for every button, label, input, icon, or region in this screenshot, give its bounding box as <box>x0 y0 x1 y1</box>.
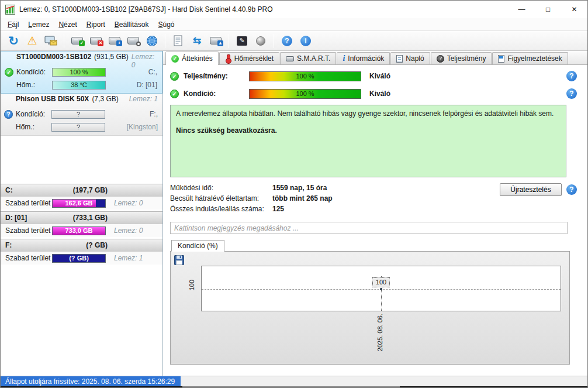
tab-temperature[interactable]: Hőmérséklet <box>219 52 279 64</box>
disk-search-icon[interactable] <box>125 33 141 49</box>
tab-performance[interactable]: Teljesítmény <box>431 52 492 64</box>
thermometer-icon <box>225 54 231 63</box>
chart-point-label: 100 <box>372 277 390 287</box>
content-area: ✓ Áttekintés Hőmérséklet S.M.A.R.T. i In… <box>163 51 587 376</box>
tab-label: Teljesítmény <box>447 54 486 63</box>
tab-log[interactable]: Napló <box>390 52 430 64</box>
condition-rating: Kiváló <box>369 90 390 98</box>
disk-name: ST1000DM003-1SB102 <box>16 53 91 61</box>
window-title: Lemez: 0, ST1000DM003-1SB102 [Z9AB67SJ] … <box>19 5 273 13</box>
partition-size: (733,1 GB) <box>73 214 108 222</box>
menu-settings[interactable]: Beállítások <box>110 19 154 30</box>
volume-label: C:, <box>148 68 157 76</box>
temperature-label: Hőm.: <box>16 123 49 131</box>
chart-plot-area: 100 <box>201 266 561 311</box>
help-icon[interactable]: ? <box>566 88 577 99</box>
tab-information[interactable]: i Információk <box>337 52 390 64</box>
partition-disk-number: Lemez: 1 <box>114 254 143 262</box>
temperature-bar: 38 °C <box>52 81 106 90</box>
stat-value: 125 <box>272 205 284 213</box>
disk-card-1[interactable]: Phison USB DISK 50X (7,3 GB) Lemez: 1 ? … <box>1 94 162 136</box>
maximize-button[interactable]: □ <box>535 1 561 18</box>
info-icon[interactable]: i <box>298 33 314 49</box>
tab-smart[interactable]: S.M.A.R.T. <box>280 52 336 64</box>
disk-tools-icon[interactable]: + <box>106 33 123 49</box>
gauge-icon <box>437 55 444 63</box>
tab-alerts[interactable]: Figyelmeztetések <box>492 52 568 64</box>
main-area: ST1000DM003-1SB102 (931,5 GB) Lemez: 0 ✓… <box>1 51 587 376</box>
chart-y-tick: 100 <box>188 280 195 290</box>
partition-disk-number: Lemez: 0 <box>114 199 143 207</box>
disk-report-icon[interactable]: ▲ <box>207 33 224 49</box>
partition-free-row: Szabad terület 733,0 GB Lemez: 0 <box>1 224 162 237</box>
menu-report[interactable]: Riport <box>82 19 110 30</box>
sidebar: ST1000DM003-1SB102 (931,5 GB) Lemez: 0 ✓… <box>1 51 163 376</box>
info-icon: i <box>343 54 345 63</box>
condition-label: Kondíció: <box>16 68 49 76</box>
free-space-label: Szabad terület <box>5 226 52 235</box>
sync-icon[interactable]: ⇆ <box>189 33 205 49</box>
temperature-row: Hőm.: ? [Kingston] <box>1 121 162 133</box>
stat-label: Összes indulás/leállás száma: <box>170 205 272 213</box>
help-icon[interactable]: ? <box>566 184 577 195</box>
retest-button[interactable]: Újratesztelés <box>500 183 562 196</box>
report-icon[interactable] <box>170 33 186 49</box>
disk-remove-icon[interactable]: ✕ <box>88 33 104 49</box>
stat-row: Összes indulás/leállás száma: 125 <box>170 204 566 214</box>
performance-label: Teljesítmény: <box>184 72 249 80</box>
partition-name: C: <box>5 186 13 194</box>
partition-row-f[interactable]: F: (? GB) Szabad terület (? GB) Lemez: 1 <box>1 239 162 265</box>
titlebar: Lemez: 0, ST1000DM003-1SB102 [Z9AB67SJ] … <box>1 1 587 18</box>
minimize-button[interactable]: — <box>509 1 535 18</box>
menu-disk[interactable]: Lemez <box>23 19 54 30</box>
tab-label: S.M.A.R.T. <box>297 54 330 63</box>
volume-label: D: [01] <box>137 81 157 89</box>
partition-row-d[interactable]: D: [01] (733,1 GB) Szabad terület 733,0 … <box>1 211 162 237</box>
status-ok-icon: ✓ <box>170 90 179 98</box>
signature-icon[interactable]: ✎ <box>234 33 250 49</box>
refresh-icon[interactable]: ↻ <box>5 33 22 49</box>
tab-overview[interactable]: ✓ Áttekintés <box>165 51 219 65</box>
disk-card-0[interactable]: ST1000DM003-1SB102 (931,5 GB) Lemez: 0 ✓… <box>1 51 162 94</box>
comment-input[interactable] <box>170 222 568 234</box>
partition-row-c[interactable]: C: (197,7 GB) Szabad terület 162,6 GB Le… <box>1 184 162 210</box>
help-icon[interactable]: ? <box>566 71 577 81</box>
menu-help[interactable]: Súgó <box>153 19 179 30</box>
condition-bar: 100 % <box>52 68 106 77</box>
partition-size: (? GB) <box>86 241 108 249</box>
health-status-box: A merevlemez állapota hibátlan. Nem talá… <box>170 105 566 177</box>
condition-row: ? Kondíció: ? F:, <box>1 108 162 121</box>
menu-view[interactable]: Nézet <box>54 19 81 30</box>
condition-row: ✓ Kondíció: 100 % Kiváló ? <box>170 87 582 100</box>
partition-free-row: Szabad terület (? GB) Lemez: 1 <box>1 252 162 265</box>
temperature-label: Hőm.: <box>16 81 49 89</box>
condition-bar: 100 % <box>249 89 361 99</box>
disk-ok-icon[interactable]: ✓ <box>69 33 85 49</box>
menu-file[interactable]: Fájl <box>3 19 23 30</box>
performance-bar: 100 % <box>249 71 361 81</box>
performance-row: ✓ Teljesítmény: 100 % Kiváló ? <box>170 70 582 83</box>
warning-icon[interactable]: ⚠ <box>24 33 40 49</box>
sphere-icon[interactable] <box>253 33 269 49</box>
help-icon[interactable]: ? <box>279 33 295 49</box>
free-space-value: 162,6 GB <box>53 200 105 207</box>
close-button[interactable]: ✕ <box>561 1 587 18</box>
save-icon[interactable] <box>174 255 184 265</box>
partition-disk-number: Lemez: 0 <box>114 226 143 235</box>
overview-panel: ✓ Teljesítmény: 100 % Kiváló ? ✓ Kondíci… <box>163 65 587 376</box>
condition-bar: ? <box>51 110 105 119</box>
sidebar-spacer <box>1 136 162 184</box>
window-controls: — □ ✕ <box>509 1 587 18</box>
monitor-mail-icon[interactable] <box>43 33 59 49</box>
bottom-edge <box>1 386 587 387</box>
status-unknown-icon: ? <box>4 110 13 119</box>
chart-tab-condition[interactable]: Kondíció (%) <box>171 240 224 252</box>
app-logo-icon <box>5 5 15 15</box>
tabbar: ✓ Áttekintés Hőmérséklet S.M.A.R.T. i In… <box>163 51 587 65</box>
check-circle-icon: ✓ <box>171 55 179 63</box>
lifetime-stats: Működési idő: 1559 nap, 15 óra Becsült h… <box>170 183 582 214</box>
health-status-text: A merevlemez állapota hibátlan. Nem talá… <box>176 109 561 118</box>
web-icon[interactable] <box>144 33 160 49</box>
tab-label: Áttekintés <box>182 54 213 63</box>
free-space-label: Szabad terület <box>5 199 52 207</box>
